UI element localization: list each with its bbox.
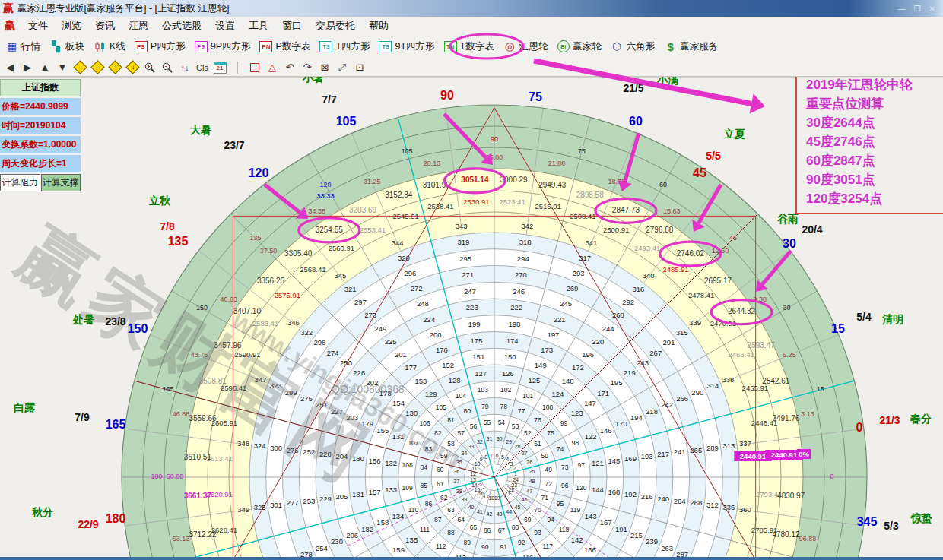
toolbar-item-box-PS[interactable]: PSP四方形 (131, 38, 189, 55)
toolbar-item-service-dollar[interactable]: $赢家服务 (660, 38, 722, 55)
menu-item-3[interactable]: 江恩 (122, 17, 155, 34)
next-icon[interactable]: ▶ (20, 60, 35, 74)
svg-text:197: 197 (547, 331, 559, 339)
toolbar-item-gann-wheel[interactable]: ◎江恩轮 (500, 38, 552, 55)
svg-text:103: 103 (478, 386, 488, 394)
zoom-out-icon[interactable] (160, 60, 175, 74)
svg-text:78: 78 (500, 403, 507, 410)
diamond-right-icon[interactable]: → (90, 60, 105, 74)
svg-text:109: 109 (402, 484, 413, 492)
svg-text:264: 264 (674, 497, 686, 505)
svg-text:174: 174 (506, 337, 519, 345)
svg-text:87: 87 (434, 516, 442, 524)
toolbar-item-hexagon[interactable]: ⬡六角形 (607, 38, 659, 55)
rotate-ccw-icon[interactable]: ↶ (282, 60, 297, 74)
svg-text:336: 336 (722, 503, 735, 511)
menu-item-9[interactable]: 帮助 (362, 17, 395, 34)
cls-icon[interactable]: Cls (195, 60, 210, 74)
svg-text:151: 151 (472, 353, 484, 361)
toolbar-item-label: T四方形 (335, 40, 370, 53)
rotate-cw-icon[interactable]: ↷ (300, 60, 315, 74)
toolbar-item-label: P数字表 (275, 40, 310, 53)
prev-icon[interactable]: ◀ (2, 60, 17, 74)
svg-text:28.13: 28.13 (424, 160, 441, 167)
toolbar-item-box-PN[interactable]: PNP数字表 (256, 38, 314, 55)
svg-text:149: 149 (535, 361, 547, 369)
diamond-left-icon[interactable]: ← (72, 60, 87, 74)
menu-item-1[interactable]: 浏览 (55, 17, 88, 34)
price-axis-icon[interactable]: ↑↓ (177, 60, 192, 74)
svg-text:24: 24 (513, 477, 519, 482)
zoom-in-icon[interactable] (142, 60, 157, 74)
svg-text:316: 316 (632, 285, 644, 293)
diamond-up-icon[interactable]: ↑ (107, 60, 122, 74)
svg-text:119: 119 (570, 506, 581, 514)
calc-resistance-button[interactable]: 计算阻力 (0, 174, 40, 191)
svg-text:272: 272 (411, 284, 423, 293)
svg-text:290: 290 (691, 388, 703, 397)
svg-text:122: 122 (585, 432, 597, 441)
fit-icon[interactable]: ⤢ (335, 60, 350, 74)
svg-text:301: 301 (270, 501, 282, 509)
box-x-icon[interactable]: ⊠ (317, 60, 332, 74)
svg-text:50.00: 50.00 (167, 473, 184, 480)
svg-text:340: 340 (643, 271, 655, 280)
toolbar-item-label: 赢家轮 (573, 40, 602, 53)
calc-support-button[interactable]: 计算支撑 (41, 174, 81, 191)
svg-text:169: 169 (624, 454, 637, 463)
menu-item-6[interactable]: 工具 (242, 17, 275, 34)
box-PN-icon: PN (259, 41, 272, 52)
svg-text:219: 219 (624, 369, 636, 377)
toolbar-item-kline[interactable]: K线 (90, 38, 129, 55)
svg-text:99: 99 (560, 419, 568, 427)
svg-text:38: 38 (456, 489, 462, 494)
svg-text:75: 75 (547, 429, 554, 437)
screen-icon[interactable]: ⊡ (352, 60, 367, 74)
square-icon[interactable] (247, 60, 262, 74)
toolbar-item-winner-wheel[interactable]: Bi赢家轮 (553, 38, 605, 55)
svg-text:90: 90 (491, 135, 498, 143)
svg-text:168: 168 (608, 488, 621, 496)
toolbar-item-box-TN[interactable]: TNT数字表 (440, 38, 498, 55)
window-controls[interactable]: — ❐ ✕ (898, 5, 938, 13)
triangle-icon[interactable]: △ (265, 60, 280, 74)
toolbar-item-box-T9[interactable]: T99T四方形 (375, 38, 438, 55)
svg-text:343: 343 (456, 222, 468, 230)
menu-item-2[interactable]: 资讯 (88, 17, 122, 34)
menu-item-5[interactable]: 设置 (208, 17, 242, 34)
svg-text:0%: 0% (799, 450, 809, 458)
menu-item-8[interactable]: 交易委托 (309, 17, 362, 34)
toolbar-item-box-T3[interactable]: T3T四方形 (316, 38, 373, 55)
svg-text:72: 72 (545, 480, 552, 488)
svg-text:196: 196 (582, 350, 594, 359)
svg-text:2568.41: 2568.41 (300, 265, 325, 274)
svg-text:90: 90 (481, 543, 489, 551)
svg-text:2508.41: 2508.41 (570, 212, 595, 220)
svg-text:3356.25: 3356.25 (257, 277, 285, 285)
toolbar-item-quote-grid[interactable]: ▦行情 (2, 38, 44, 55)
svg-text:265: 265 (690, 446, 702, 454)
toolbar-separator (230, 60, 245, 74)
svg-text:2493.41: 2493.41 (634, 244, 660, 252)
sector-blocks-icon: ▚ (49, 41, 62, 52)
calendar-icon[interactable]: 21 (212, 60, 227, 74)
menu-item-0[interactable]: 文件 (21, 17, 55, 34)
annotation-line-5: 90度3051点 (806, 170, 943, 189)
svg-text:288: 288 (690, 498, 702, 507)
down-icon[interactable]: ▼ (55, 60, 70, 74)
svg-text:96.88: 96.88 (799, 535, 817, 543)
svg-text:239: 239 (646, 537, 658, 546)
svg-text:2590.91: 2590.91 (234, 350, 260, 359)
menu-logo-icon: 赢 (5, 19, 15, 33)
diamond-down-icon[interactable]: ↓ (125, 60, 140, 74)
menu-item-7[interactable]: 窗口 (275, 17, 309, 34)
svg-text:157: 157 (369, 488, 381, 496)
menu-item-4[interactable]: 公式选股 (155, 17, 208, 34)
toolbar-item-sector-blocks[interactable]: ▚板块 (46, 38, 88, 55)
instrument-info-panel: 上证指数 价格=2440.9099时间=20190104变换系数=1.00000… (0, 79, 81, 191)
svg-text:53: 53 (512, 422, 519, 430)
toolbar-item-label: 9P四方形 (211, 40, 251, 53)
svg-text:92: 92 (518, 539, 525, 546)
up-icon[interactable]: ▲ (37, 60, 52, 74)
toolbar-item-box-P9[interactable]: P99P四方形 (191, 38, 255, 55)
